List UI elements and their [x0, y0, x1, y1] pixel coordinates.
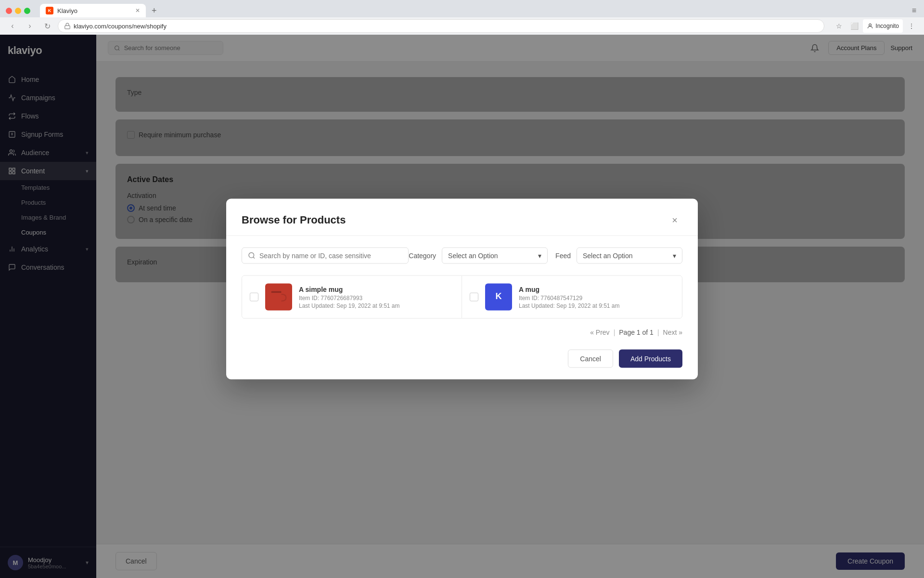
- pagination-prev[interactable]: « Prev: [590, 328, 609, 336]
- product-1-updated: Last Updated: Sep 19, 2022 at 9:51 am: [299, 302, 454, 309]
- category-chevron-icon: ▾: [538, 252, 541, 260]
- product-2-info: A mug Item ID: 7760487547129 Last Update…: [519, 285, 674, 309]
- chrome-menu-button[interactable]: ⋮: [905, 19, 918, 33]
- pagination-sep-2: |: [657, 328, 659, 336]
- product-2-updated: Last Updated: Sep 19, 2022 at 9:51 am: [519, 302, 674, 309]
- modal-footer: Cancel Add Products: [242, 346, 682, 368]
- modal-filters: Category Select an Option ▾ Feed Select …: [242, 248, 682, 264]
- list-item: K A mug Item ID: 7760487547129 Last Upda…: [462, 276, 682, 318]
- category-label: Category: [409, 252, 436, 260]
- product-search-icon: [248, 252, 256, 260]
- maximize-traffic-light[interactable]: [24, 8, 30, 14]
- red-mug-svg: [269, 287, 289, 307]
- pagination: « Prev | Page 1 of 1 | Next »: [242, 328, 682, 336]
- product-2-id: Item ID: 7760487547129: [519, 294, 674, 301]
- add-products-button[interactable]: Add Products: [619, 350, 682, 368]
- bookmark-button[interactable]: ☆: [832, 19, 846, 33]
- tab-close-button[interactable]: ✕: [135, 7, 140, 14]
- feed-select[interactable]: Select an Option ▾: [577, 248, 682, 264]
- svg-point-1: [869, 24, 872, 26]
- product-1-image: [265, 284, 292, 311]
- lock-icon: [64, 23, 71, 29]
- modal-close-button[interactable]: ×: [667, 212, 682, 228]
- category-select-value: Select an Option: [448, 252, 498, 260]
- product-2-checkbox[interactable]: [470, 293, 478, 302]
- feed-label: Feed: [555, 252, 571, 260]
- url-text: klaviyo.com/coupons/new/shopify: [74, 23, 167, 30]
- modal-cancel-button[interactable]: Cancel: [568, 350, 613, 368]
- svg-rect-18: [271, 291, 282, 293]
- product-1-info: A simple mug Item ID: 7760726687993 Last…: [299, 285, 454, 309]
- modal-body: Category Select an Option ▾ Feed Select …: [226, 236, 698, 380]
- product-1-checkbox[interactable]: [250, 293, 258, 302]
- product-2-name: A mug: [519, 285, 674, 293]
- minimize-traffic-light[interactable]: [15, 8, 21, 14]
- back-button[interactable]: ‹: [6, 19, 19, 33]
- product-1-id: Item ID: 7760726687993: [299, 294, 454, 301]
- product-2-image: K: [485, 284, 512, 311]
- product-search-input[interactable]: [259, 252, 402, 260]
- tab-favicon: K: [46, 7, 53, 14]
- category-select[interactable]: Select an Option ▾: [442, 248, 548, 264]
- product-1-name: A simple mug: [299, 285, 454, 293]
- incognito-badge: Incognito: [863, 19, 903, 33]
- pagination-current: Page 1 of 1: [619, 328, 654, 336]
- browser-toolbar: ‹ › ↻ klaviyo.com/coupons/new/shopify ☆ …: [0, 17, 924, 35]
- svg-rect-17: [271, 292, 282, 302]
- browser-chrome: K Klaviyo ✕ + ≡ ‹ › ↻ klaviyo.com/coupon…: [0, 0, 924, 35]
- pagination-sep-1: |: [614, 328, 616, 336]
- browser-tab[interactable]: K Klaviyo ✕: [40, 4, 146, 17]
- pagination-next[interactable]: Next »: [663, 328, 682, 336]
- traffic-lights: [6, 8, 30, 14]
- close-traffic-light[interactable]: [6, 8, 12, 14]
- list-item: A simple mug Item ID: 7760726687993 Last…: [242, 276, 462, 318]
- category-filter-row: Category Select an Option ▾: [409, 248, 548, 264]
- svg-rect-0: [65, 26, 70, 28]
- tab-title: Klaviyo: [57, 7, 77, 14]
- incognito-icon: [867, 23, 873, 29]
- filter-group: Category Select an Option ▾ Feed Select …: [409, 248, 682, 264]
- svg-line-16: [253, 257, 255, 259]
- refresh-button[interactable]: ↻: [40, 19, 54, 33]
- forward-button[interactable]: ›: [23, 19, 37, 33]
- modal-title: Browse for Products: [242, 214, 346, 226]
- blue-logo-svg: K: [488, 287, 509, 307]
- products-grid: A simple mug Item ID: 7760726687993 Last…: [242, 276, 682, 319]
- feed-chevron-icon: ▾: [673, 252, 676, 260]
- address-bar[interactable]: klaviyo.com/coupons/new/shopify: [58, 19, 824, 33]
- browse-products-modal: Browse for Products × Category Select an…: [226, 199, 698, 380]
- new-tab-button[interactable]: +: [152, 6, 157, 16]
- product-search-box[interactable]: [242, 248, 409, 264]
- svg-point-15: [249, 253, 254, 258]
- feed-filter-row: Feed Select an Option ▾: [555, 248, 682, 264]
- extension-button[interactable]: ⬜: [847, 19, 861, 33]
- tab-strip-menu[interactable]: ≡: [912, 6, 920, 15]
- svg-text:K: K: [495, 291, 501, 301]
- feed-select-value: Select an Option: [583, 252, 633, 260]
- modal-header: Browse for Products ×: [226, 199, 698, 236]
